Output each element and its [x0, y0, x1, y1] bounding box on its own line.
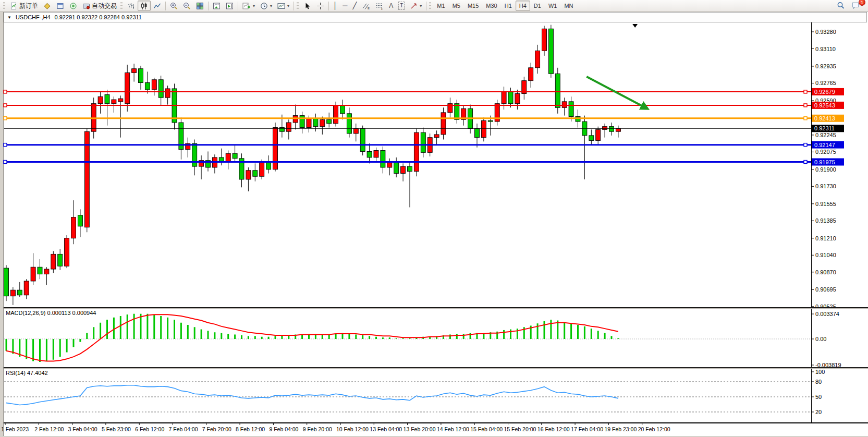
cursor-button[interactable]	[301, 1, 314, 11]
indicators-button[interactable]: ▾	[240, 1, 258, 11]
svg-text:0.92311: 0.92311	[814, 125, 835, 131]
timeframe-button-MN[interactable]: MN	[560, 1, 577, 11]
vertical-line-icon: │	[333, 2, 337, 9]
cursor-icon	[303, 2, 311, 10]
notifications-button[interactable]: 1	[849, 1, 863, 11]
macd-label: MACD(12,26,9) 0.000113 0.000944	[6, 310, 96, 316]
trendline-icon: ╱	[352, 2, 357, 9]
svg-text:0.91730: 0.91730	[815, 183, 836, 189]
toolbar-separator	[294, 2, 294, 10]
svg-text:14 Feb 12:00: 14 Feb 12:00	[437, 426, 469, 432]
timeframe-button-W1[interactable]: W1	[545, 1, 561, 11]
new-order-button[interactable]: 新订单	[7, 1, 41, 11]
svg-text:13 Feb 20:00: 13 Feb 20:00	[404, 426, 436, 432]
search-button[interactable]	[834, 1, 848, 11]
tile-windows-icon	[196, 2, 204, 10]
timeframe-button-M1[interactable]: M1	[433, 1, 448, 11]
zoom-out-button[interactable]	[180, 1, 193, 11]
text-tool[interactable]: A	[386, 1, 396, 11]
svg-text:0.91210: 0.91210	[815, 235, 836, 241]
search-icon	[837, 2, 845, 10]
time-axis[interactable]: 1 Feb 20232 Feb 12:003 Feb 04:005 Feb 23…	[0, 423, 868, 437]
arrange-charts-button[interactable]	[210, 1, 223, 11]
channel-tool[interactable]: E	[359, 1, 373, 11]
svg-text:0.90525: 0.90525	[815, 304, 836, 308]
dropdown-arrow-icon: ▾	[420, 4, 422, 8]
timeframe-button-D1[interactable]: D1	[530, 1, 545, 11]
bar-chart-button[interactable]	[125, 1, 138, 11]
svg-text:19 Feb 23:00: 19 Feb 23:00	[604, 426, 637, 432]
vertical-line-tool[interactable]: │	[331, 1, 340, 11]
mt4-terminal: 新订单 自动交易	[0, 0, 868, 437]
channel-icon: E	[362, 2, 370, 10]
chart-ohlc-values: 0.92291 0.92322 0.92284 0.92311	[55, 14, 142, 20]
svg-text:15 Feb 04:00: 15 Feb 04:00	[470, 426, 503, 432]
navigator-button[interactable]	[67, 1, 80, 11]
line-chart-button[interactable]	[151, 1, 164, 11]
periods-button[interactable]: ▾	[258, 1, 275, 11]
toolbar-grip	[3, 2, 5, 10]
candlestick-chart-button[interactable]	[138, 1, 151, 11]
svg-text:0.91385: 0.91385	[815, 217, 836, 224]
trendline-tool[interactable]: ╱	[350, 1, 359, 11]
svg-text:0.92147: 0.92147	[814, 142, 835, 148]
autotrading-icon	[82, 2, 90, 10]
timeframe-button-H4[interactable]: H4	[516, 1, 530, 11]
svg-text:13 Feb 04:00: 13 Feb 04:00	[370, 426, 402, 432]
horizontal-line-icon: ─	[343, 2, 347, 9]
line-chart-icon	[153, 2, 161, 10]
toolbar-separator	[238, 2, 238, 10]
fibonacci-tool[interactable]: F	[373, 1, 386, 11]
chart-titlebar[interactable]: ▼ USDCHF-,H4 0.92291 0.92322 0.92284 0.9…	[4, 12, 867, 22]
crosshair-icon	[316, 2, 324, 10]
data-window-button[interactable]	[54, 1, 67, 11]
step-forward-icon	[226, 2, 234, 10]
data-window-icon	[56, 2, 64, 10]
svg-text:8 Feb 12:00: 8 Feb 12:00	[236, 426, 265, 432]
svg-text:6 Feb 12:00: 6 Feb 12:00	[135, 426, 164, 432]
clock-icon	[260, 2, 268, 10]
templates-button[interactable]: ▾	[275, 1, 292, 11]
chart-symbol-period: USDCHF-,H4	[16, 14, 51, 20]
svg-text:0.92765: 0.92765	[815, 80, 836, 86]
tile-windows-button[interactable]	[193, 1, 206, 11]
step-forward-button[interactable]	[223, 1, 236, 11]
crosshair-button[interactable]	[314, 1, 327, 11]
toolbar-grip	[297, 2, 299, 10]
macd-chart-canvas[interactable]: 0.0033740.00-0.003819	[0, 309, 868, 368]
arrows-tool[interactable]: ▾	[407, 1, 424, 11]
toolbar-separator	[426, 2, 426, 10]
svg-text:0.90695: 0.90695	[815, 286, 836, 293]
main-chart-canvas[interactable]: 0.932800.931100.929350.927650.925900.922…	[0, 22, 868, 308]
bar-chart-icon	[127, 2, 135, 10]
timeframe-button-H1[interactable]: H1	[501, 1, 516, 11]
svg-text:E: E	[368, 7, 370, 10]
timeframe-button-M15[interactable]: M15	[464, 1, 482, 11]
svg-text:2 Feb 12:00: 2 Feb 12:00	[34, 426, 64, 432]
market-watch-icon	[43, 2, 51, 10]
svg-text:0.00: 0.00	[815, 336, 826, 342]
notification-badge: 1	[859, 0, 865, 6]
arrange-charts-icon	[213, 2, 221, 10]
rsi-label: RSI(14) 47.4042	[6, 370, 48, 376]
zoom-in-button[interactable]	[167, 1, 180, 11]
new-order-icon	[10, 2, 18, 10]
timeframe-button-M5[interactable]: M5	[449, 1, 464, 11]
rsi-chart-canvas[interactable]: 100805020	[0, 369, 868, 423]
svg-text:0.91040: 0.91040	[815, 252, 836, 258]
autotrading-button[interactable]: 自动交易	[80, 1, 119, 11]
horizontal-line-tool[interactable]: ─	[340, 1, 350, 11]
timeframe-button-M30[interactable]: M30	[482, 1, 500, 11]
timeframe-toolbar: M1M5M15M30H1H4D1W1MN	[433, 1, 577, 11]
svg-text:F: F	[381, 7, 383, 10]
text-icon: A	[389, 2, 393, 9]
label-tool[interactable]: T	[396, 1, 407, 11]
toolbar-separator	[328, 2, 329, 10]
svg-text:17 Feb 04:00: 17 Feb 04:00	[571, 426, 603, 432]
market-watch-button[interactable]	[41, 1, 54, 11]
candlestick-chart-icon	[140, 2, 148, 10]
chart-menu-icon[interactable]: ▼	[7, 15, 11, 20]
toolbar-grip	[429, 2, 431, 10]
navigator-icon	[69, 2, 77, 10]
svg-text:0.003374: 0.003374	[815, 311, 839, 317]
